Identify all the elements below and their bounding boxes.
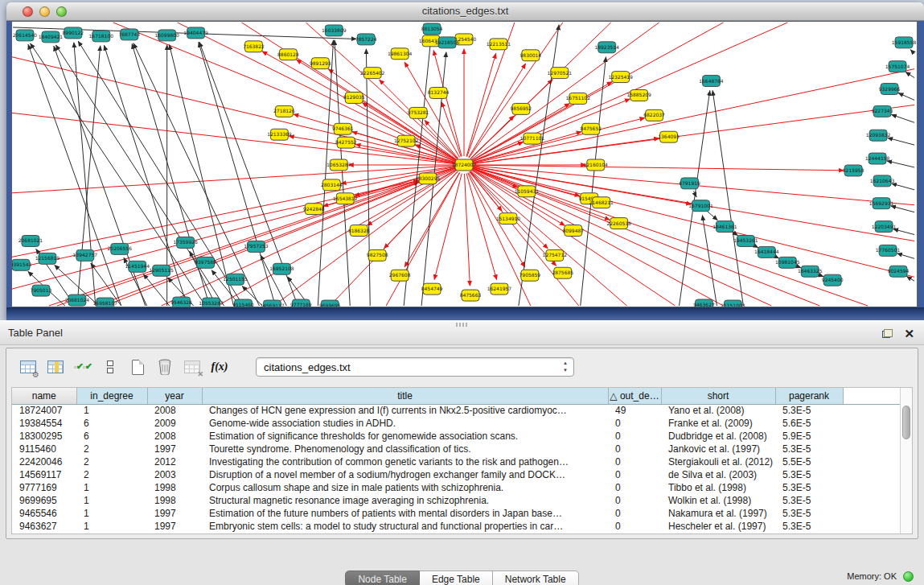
table-cell[interactable]: 1	[76, 481, 147, 494]
table-cell[interactable]: 2008	[147, 404, 202, 417]
table-settings-icon[interactable]: ⚙	[16, 355, 40, 379]
graph-node[interactable]: 2718126	[273, 105, 295, 117]
graph-node[interactable]: 16648784	[699, 76, 724, 87]
graph-edge[interactable]	[892, 183, 914, 190]
graph-node[interactable]: 7857224	[355, 34, 377, 45]
table-cell[interactable]: Embryonic stem cells: a model to study s…	[202, 520, 608, 533]
graph-node[interactable]: 12213511	[487, 39, 511, 50]
graph-edge[interactable]	[910, 50, 914, 54]
graph-node[interactable]: 12160104	[583, 159, 608, 171]
table-cell[interactable]: 9699695	[12, 494, 76, 507]
graph-node[interactable]: 19218506	[435, 37, 460, 48]
table-cell[interactable]: 2012	[147, 455, 202, 468]
table-cell[interactable]: 1998	[147, 494, 202, 507]
table-cell[interactable]: 1997	[147, 507, 202, 520]
graph-node[interactable]: 2967608	[389, 270, 411, 281]
table-cell[interactable]: 5.9E-5	[775, 430, 843, 443]
graph-node[interactable]: 9227343	[872, 105, 893, 117]
graph-edge[interactable]	[906, 72, 914, 77]
table-cell[interactable]: 2009	[147, 417, 202, 430]
table-cell[interactable]: 1	[76, 507, 147, 520]
graph-node[interactable]: 6791919	[679, 178, 700, 189]
graph-edge[interactable]	[12, 57, 455, 163]
graph-node[interactable]: 9830014	[520, 50, 542, 61]
graph-edge[interactable]	[473, 69, 914, 163]
graph-node[interactable]: 14569117	[260, 300, 285, 307]
graph-node[interactable]: 10553287	[199, 298, 224, 307]
table-cell[interactable]: 5.3E-5	[775, 443, 843, 455]
column-header-name[interactable]: name	[12, 388, 76, 404]
graph-node[interactable]: 20206556	[108, 243, 133, 254]
graph-edge[interactable]	[713, 90, 743, 306]
graph-edge[interactable]	[441, 102, 461, 157]
table-cell[interactable]: 2	[76, 468, 147, 481]
graph-node[interactable]: 9463627	[693, 299, 715, 307]
table-vertical-scrollbar[interactable]	[900, 388, 912, 534]
graph-node[interactable]: 18463325	[798, 266, 823, 277]
zoom-window-button[interactable]	[56, 6, 67, 17]
graph-node[interactable]: 7905859	[519, 270, 541, 281]
table-cell[interactable]: 1	[76, 520, 147, 533]
graph-node[interactable]: 9115460	[232, 299, 254, 307]
graph-node[interactable]: 8813054	[421, 23, 443, 35]
new-table-icon[interactable]	[125, 355, 150, 379]
graph-node[interactable]: 21151008	[721, 300, 745, 307]
graph-node[interactable]: 12133369	[267, 129, 292, 140]
graph-node[interactable]: 9024594	[888, 266, 910, 277]
select-mode-icon[interactable]: ✔✔	[71, 355, 95, 379]
table-cell[interactable]: 18724007	[12, 404, 76, 417]
table-cell[interactable]: 1997	[147, 443, 202, 455]
graph-edge[interactable]	[434, 174, 462, 280]
column-header-title[interactable]: title	[202, 388, 608, 404]
graph-edge[interactable]	[289, 136, 455, 163]
table-cell[interactable]: Nakamura et al. (1997)	[661, 507, 775, 520]
graph-edge[interactable]	[143, 274, 169, 306]
table-row[interactable]: 969969511998Structural magnetic resonanc…	[12, 494, 901, 507]
graph-node[interactable]: 16952108	[269, 263, 294, 274]
graph-node[interactable]: 16791001	[688, 200, 713, 212]
graph-node[interactable]: 12905115	[149, 265, 174, 276]
graph-node[interactable]: 17957253	[244, 241, 269, 252]
table-cell[interactable]: 9115460	[12, 443, 76, 455]
graph-node[interactable]: 6822037	[643, 109, 665, 121]
graph-node[interactable]: 9391543	[12, 259, 31, 270]
graph-node[interactable]: 9242848	[303, 204, 325, 215]
table-cell[interactable]: 0	[608, 481, 661, 494]
graph-node[interactable]: 2875685	[552, 267, 573, 278]
import-table-icon[interactable]: ✕	[180, 355, 204, 379]
graph-node[interactable]: 15692931	[869, 198, 894, 209]
table-cell[interactable]: 0	[608, 455, 661, 468]
table-row[interactable]: 1456911722003Disruption of a novel membe…	[12, 468, 901, 481]
column-header-pagerank[interactable]: pagerank	[775, 388, 843, 404]
table-row[interactable]: 977716911998Corpus callosum shape and si…	[12, 481, 901, 494]
graph-node[interactable]: 9746361	[332, 123, 354, 134]
graph-edge[interactable]	[897, 253, 914, 258]
table-cell[interactable]: Estimation of the future numbers of pati…	[202, 507, 608, 520]
graph-node[interactable]: 12325419	[608, 72, 633, 83]
table-cell[interactable]: 0	[608, 417, 661, 430]
graph-node[interactable]: 9827508	[367, 249, 388, 261]
table-cell[interactable]: 1	[76, 494, 147, 507]
graph-node[interactable]: 17359926	[173, 237, 198, 248]
table-cell[interactable]: Disruption of a novel member of a sodium…	[202, 468, 608, 481]
graph-node[interactable]: 17760501	[876, 245, 901, 256]
graph-node[interactable]: 9329966	[879, 84, 901, 95]
graph-node[interactable]: 16418444	[754, 246, 779, 257]
graph-edge[interactable]	[465, 174, 470, 286]
graph-node[interactable]: 10981045	[775, 257, 800, 268]
table-cell[interactable]: Franke et al. (2009)	[661, 417, 775, 430]
table-cell[interactable]: Changes of HCN gene expression and I(f) …	[202, 404, 608, 417]
graph-node[interactable]: 15751074	[885, 61, 910, 72]
table-row[interactable]: 2242004622012Investigating the contribut…	[12, 455, 901, 468]
graph-node[interactable]: 22260538	[606, 218, 631, 229]
table-cell[interactable]: 14569117	[12, 468, 76, 481]
graph-node[interactable]: 18409421	[39, 31, 64, 43]
table-cell[interactable]: Dudbridge et al. (2008)	[661, 430, 775, 443]
graph-node[interactable]: 19861304	[388, 48, 413, 60]
graph-node[interactable]: 10653287	[326, 159, 351, 171]
table-cell[interactable]: Corpus callosum shape and size in male p…	[202, 481, 608, 494]
table-row[interactable]: 1938455462009Genome-wide association stu…	[12, 417, 901, 430]
table-cell[interactable]: 6	[76, 417, 147, 430]
table-cell[interactable]: Tibbo et al. (1998)	[661, 481, 775, 494]
graph-node[interactable]: 12156819	[35, 253, 60, 264]
